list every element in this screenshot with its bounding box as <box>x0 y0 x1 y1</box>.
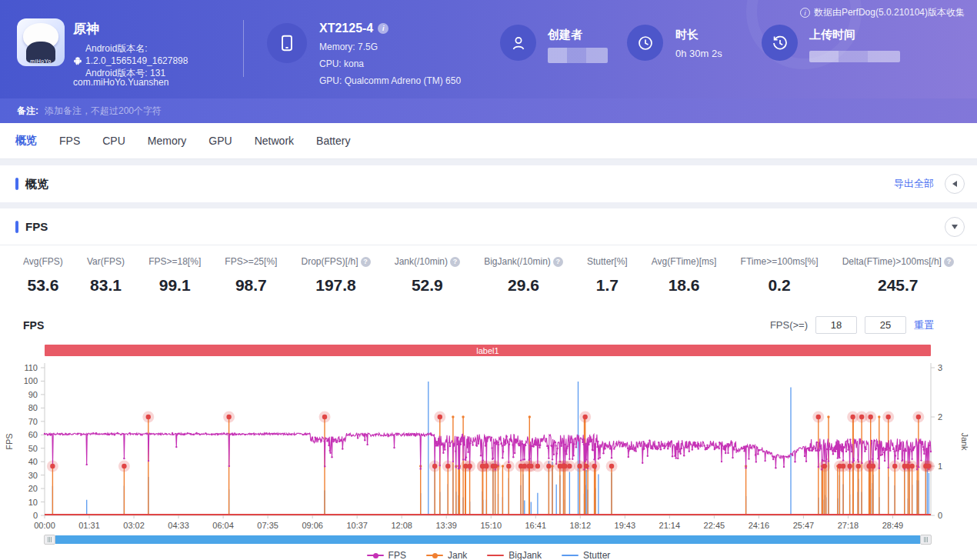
chart-annotation-band[interactable]: label1 <box>45 345 931 356</box>
reset-link[interactable]: 重置 <box>914 318 934 332</box>
fps-title-row: FPS <box>0 208 977 245</box>
svg-text:03:02: 03:02 <box>123 521 145 530</box>
svg-text:110: 110 <box>24 363 38 372</box>
metric-value: 197.8 <box>302 276 371 295</box>
svg-text:50: 50 <box>28 444 38 453</box>
scrollbar-right-handle[interactable] <box>920 535 932 545</box>
device-cpu: CPU: kona <box>319 58 461 69</box>
app-icon-brand: miHoYo <box>17 58 65 64</box>
upload-label: 上传时间 <box>809 28 855 42</box>
fps-collapse-button[interactable] <box>945 217 965 237</box>
svg-text:09:06: 09:06 <box>302 521 323 530</box>
fps-title-wrap: FPS <box>15 220 48 233</box>
metric-label: Jank(/10min)? <box>395 256 460 267</box>
metric-label-text: Drop(FPS)[/h] <box>302 256 358 267</box>
threshold-low-input[interactable] <box>815 316 857 334</box>
threshold-label: FPS(>=) <box>770 319 808 331</box>
metric-value: 53.6 <box>23 276 63 295</box>
metric-value: 29.6 <box>484 276 563 295</box>
tab-Network[interactable]: Network <box>255 135 294 147</box>
app-icon: miHoYo <box>17 18 65 66</box>
metric-label-text: BigJank(/10min) <box>484 256 551 267</box>
legend-Stutter[interactable]: Stutter <box>562 550 610 560</box>
title-accent <box>15 178 18 190</box>
fps-chart-svg[interactable]: 01020304050607080901001100123FPSJank00:0… <box>0 358 977 532</box>
device-gpu: GPU: Qualcomm Adreno (TM) 650 <box>319 75 461 86</box>
device-model-row: XT2125-4 i <box>319 22 461 35</box>
duration-icon-circle <box>627 25 663 61</box>
svg-text:18:12: 18:12 <box>570 521 592 530</box>
remark-input[interactable]: 备注: 添加备注，不超过200个字符 <box>0 98 977 123</box>
legend-FPS[interactable]: FPS <box>367 550 406 560</box>
creator-value-redacted <box>548 48 608 63</box>
scrollbar-track[interactable] <box>55 535 920 544</box>
metric-FTime>=100ms[%]: FTime>=100ms[%]0.2 <box>741 256 819 295</box>
metric-label-text: Jank(/10min) <box>395 256 448 267</box>
legend-Jank[interactable]: Jank <box>426 550 467 560</box>
device-info-icon[interactable]: i <box>378 23 388 34</box>
device-model: XT2125-4 <box>319 22 373 35</box>
metric-label-text: Var(FPS) <box>87 256 125 267</box>
fps-chart-label: FPS <box>23 319 44 332</box>
creator-label: 创建者 <box>548 28 582 42</box>
fps-chart[interactable]: 01020304050607080901001100123FPSJank00:0… <box>0 358 977 532</box>
phone-icon <box>277 33 297 53</box>
metric-value: 52.9 <box>395 276 460 295</box>
fps-threshold-controls: FPS(>=) 重置 <box>770 316 934 334</box>
help-icon[interactable]: ? <box>450 257 460 267</box>
duration-label: 时长 <box>675 28 699 42</box>
metric-FPS>=25[%]: FPS>=25[%]98.7 <box>225 256 277 295</box>
tab-FPS[interactable]: FPS <box>59 135 80 147</box>
legend-marker <box>487 555 504 556</box>
android-icon <box>73 56 82 65</box>
legend-label: BigJank <box>509 550 542 560</box>
overview-section: 概览 导出全部 <box>0 165 977 202</box>
metric-label: Var(FPS) <box>87 256 125 267</box>
tab-概览[interactable]: 概览 <box>15 134 37 148</box>
metric-label: FPS>=18[%] <box>148 256 201 267</box>
svg-text:0: 0 <box>33 511 38 520</box>
section-gap <box>0 159 977 165</box>
tab-CPU[interactable]: CPU <box>102 135 125 147</box>
svg-text:3: 3 <box>938 363 942 372</box>
metric-label: BigJank(/10min)? <box>484 256 563 267</box>
metric-value: 99.1 <box>148 276 201 295</box>
app-version-name: 1.2.0_1565149_1627898 <box>73 55 188 67</box>
remark-label: 备注: <box>17 105 38 118</box>
metric-label: Delta(FTime)>100ms[/h]? <box>842 256 954 267</box>
svg-text:70: 70 <box>28 417 38 426</box>
metric-label-text: Avg(FTime)[ms] <box>652 256 717 267</box>
svg-text:15:10: 15:10 <box>480 521 502 530</box>
section-gap <box>0 202 977 208</box>
help-icon[interactable]: ? <box>944 257 954 267</box>
legend-marker <box>367 555 384 556</box>
svg-text:28:49: 28:49 <box>882 521 904 530</box>
svg-text:22:45: 22:45 <box>704 521 725 530</box>
remark-placeholder: 添加备注，不超过200个字符 <box>45 105 162 118</box>
session-header: i 数据由PerfDog(5.0.210104)版本收集 miHoYo 原神 A… <box>0 0 977 98</box>
svg-text:25:47: 25:47 <box>793 521 815 530</box>
tab-Memory[interactable]: Memory <box>148 135 187 147</box>
app-package: com.miHoYo.Yuanshen <box>73 77 168 88</box>
tab-Battery[interactable]: Battery <box>316 135 350 147</box>
svg-text:01:31: 01:31 <box>78 521 100 530</box>
tab-GPU[interactable]: GPU <box>208 135 232 147</box>
svg-text:04:33: 04:33 <box>168 521 189 530</box>
legend-label: Jank <box>448 550 467 560</box>
help-icon[interactable]: ? <box>361 257 371 267</box>
svg-text:07:35: 07:35 <box>257 521 278 530</box>
chart-legend: FPSJankBigJankStutter <box>0 550 977 560</box>
help-icon[interactable]: ? <box>553 257 563 267</box>
upload-icon-circle <box>762 25 798 61</box>
export-all-link[interactable]: 导出全部 <box>894 177 934 191</box>
svg-text:100: 100 <box>24 376 38 385</box>
svg-text:FPS: FPS <box>5 433 14 449</box>
scrollbar-left-handle[interactable] <box>44 535 55 545</box>
legend-BigJank[interactable]: BigJank <box>487 550 542 560</box>
legend-marker <box>426 555 443 556</box>
overview-collapse-button[interactable] <box>945 174 965 194</box>
metric-Avg(FTime)[ms]: Avg(FTime)[ms]18.6 <box>652 256 717 295</box>
collect-info-text: 数据由PerfDog(5.0.210104)版本收集 <box>814 6 965 19</box>
metric-value: 18.6 <box>652 276 717 295</box>
threshold-high-input[interactable] <box>865 316 906 334</box>
